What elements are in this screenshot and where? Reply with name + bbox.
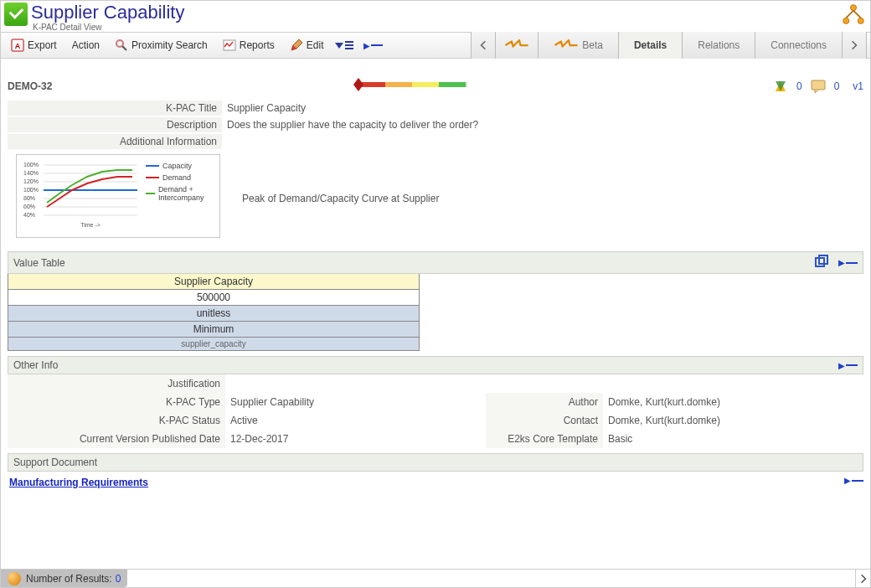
svg-marker-14 (353, 85, 363, 91)
play-indicator-icon[interactable] (363, 41, 383, 50)
action-label: Action (72, 39, 100, 51)
svg-text:40%: 40% (23, 212, 35, 218)
kpac-status-value: Active (225, 411, 486, 430)
pencil-icon (290, 39, 303, 52)
contact-value: Domke, Kurt(kurt.domke) (603, 411, 863, 430)
vt-value: 500000 (8, 290, 419, 306)
chart-legend: Capacity Demand Demand + Intercompany (146, 158, 214, 234)
vt-unit: unitless (8, 306, 419, 322)
tab-beta-label: Beta (582, 39, 603, 51)
pubdate-value: 12-Dec-2017 (225, 430, 486, 448)
support-doc-title: Support Document (13, 456, 97, 468)
value-table-title: Value Table (13, 257, 65, 269)
tab-relations[interactable]: Relations (683, 32, 755, 59)
rating-count-b: 0 (834, 80, 840, 92)
description-label: Description (8, 117, 222, 132)
dropdown-triangle-icon (335, 43, 343, 49)
popout-icon[interactable] (815, 255, 828, 271)
proximity-label: Proximity Search (131, 39, 208, 51)
reports-icon (223, 39, 236, 52)
kpac-title-label: K-PAC Title (8, 101, 222, 116)
tab-connections[interactable]: Connections (755, 32, 843, 59)
results-count: 0 (116, 573, 121, 585)
vt-header: Supplier Capacity (8, 274, 419, 290)
rating-icon[interactable] (773, 79, 788, 94)
tab-connections-label: Connections (770, 39, 827, 51)
vt-code: supplier_capacity (8, 338, 419, 350)
list-bars-icon (345, 41, 353, 49)
magnifier-icon (115, 39, 128, 52)
nav-next-button[interactable] (843, 32, 867, 59)
chart-caption: Peak of Demand/Capacity Curve at Supplie… (237, 191, 444, 206)
edit-label: Edit (307, 39, 324, 51)
svg-point-5 (116, 40, 123, 47)
additional-info-value (222, 134, 232, 137)
other-info-header: Other Info (8, 356, 863, 374)
svg-text:80%: 80% (23, 195, 35, 201)
rating-count-a: 0 (796, 80, 802, 92)
vt-stat: Minimum (8, 322, 419, 338)
results-chip: Number of Results: 0 (1, 570, 127, 587)
main-toolbar: A Export Action Proximity Search Reports… (1, 32, 870, 59)
pdf-icon: A (11, 39, 24, 52)
manufacturing-requirements-link[interactable]: Manufacturing Requirements (8, 472, 150, 488)
comment-icon[interactable] (811, 80, 826, 93)
page-subtitle: K-PAC Detail View (33, 23, 184, 32)
other-info-title: Other Info (13, 359, 58, 371)
tab-beta[interactable]: Beta (539, 32, 619, 59)
template-value: Basic (603, 430, 863, 448)
value-table-expand-icon[interactable] (838, 258, 858, 267)
svg-rect-11 (412, 82, 439, 87)
svg-point-0 (851, 5, 857, 11)
svg-point-2 (858, 18, 863, 23)
tab-details-label: Details (634, 39, 667, 51)
action-button[interactable]: Action (65, 37, 106, 54)
author-value: Domke, Kurt(kurt.domke) (603, 393, 863, 411)
pubdate-label: Current Version Published Date (8, 430, 225, 448)
template-label: E2ks Core Template (486, 430, 603, 448)
value-table-header: Value Table (8, 251, 863, 274)
tab-details[interactable]: Details (619, 32, 683, 59)
version-label: v1 (853, 80, 863, 92)
maturity-bar (350, 76, 476, 95)
reports-label: Reports (240, 39, 275, 51)
chart-xlabel: Time -> (80, 222, 100, 228)
svg-rect-10 (385, 82, 412, 87)
support-doc-header: Support Document (8, 453, 863, 472)
kpac-type-value: Supplier Capability (225, 393, 486, 411)
tab-lightning-1[interactable] (496, 32, 539, 59)
network-graph-icon[interactable] (842, 17, 865, 28)
edit-button[interactable]: Edit (283, 36, 331, 54)
svg-text:100%: 100% (23, 187, 39, 193)
reports-button[interactable]: Reports (216, 36, 281, 54)
nav-prev-button[interactable] (472, 32, 496, 59)
status-scroll-right[interactable] (855, 570, 870, 587)
value-table: Supplier Capacity 500000 unitless Minimu… (8, 274, 420, 351)
kpac-status-label: K-PAC Status (8, 411, 225, 430)
app-check-icon (4, 3, 28, 26)
chart-thumbnail[interactable]: 160%140%120% 100%80%60%40% Time -> Capac… (16, 154, 220, 238)
svg-marker-13 (353, 78, 363, 85)
document-id: DEMO-32 (8, 80, 52, 92)
description-value: Does the supplier have the capacity to d… (222, 117, 483, 132)
status-bar: Number of Results: 0 (1, 569, 870, 587)
kpac-type-label: K-PAC Type (8, 393, 225, 411)
page-title: Supplier Capability (31, 3, 184, 23)
other-info-grid: Justification K-PAC Type Supplier Capabi… (8, 374, 863, 448)
svg-point-1 (843, 18, 849, 23)
link-section-expand-icon[interactable] (844, 476, 863, 485)
results-label: Number of Results: (26, 573, 112, 585)
other-info-expand-icon[interactable] (838, 361, 858, 370)
svg-text:120%: 120% (23, 178, 39, 184)
kpac-title-value: Supplier Capacity (222, 101, 311, 116)
export-button[interactable]: A Export (4, 36, 64, 54)
view-menu-button[interactable] (332, 39, 357, 52)
svg-rect-17 (812, 80, 825, 90)
svg-text:160%: 160% (23, 162, 39, 168)
proximity-search-button[interactable]: Proximity Search (108, 36, 214, 54)
justification-label: Justification (8, 374, 225, 393)
export-label: Export (28, 39, 57, 51)
author-label: Author (486, 393, 603, 411)
svg-rect-12 (439, 82, 466, 87)
svg-text:140%: 140% (23, 170, 39, 176)
